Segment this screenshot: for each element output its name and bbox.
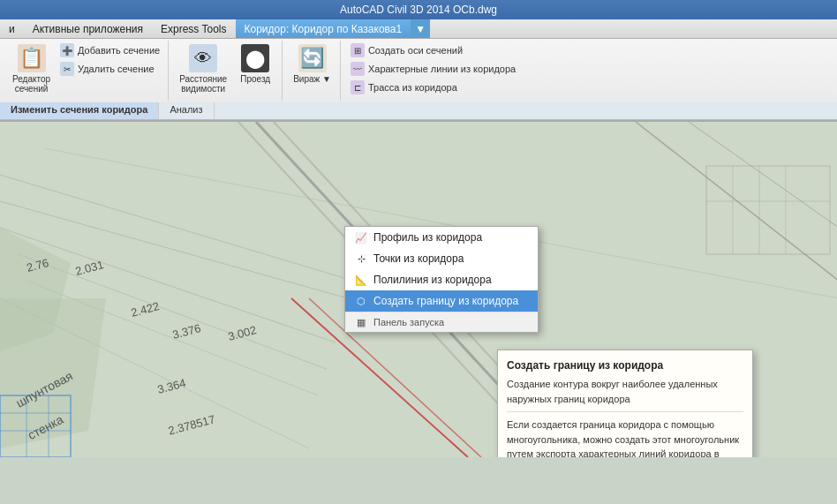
ribbon-group-analysis: 👁 Расстояниевидимости ⬤ Проезд xyxy=(170,41,283,101)
ribbon-btn-virazh[interactable]: 🔄 Вираж ▼ xyxy=(290,42,335,86)
ribbon-group-corridor-tools-items: ⊞ Создать оси сечений 〰 Характерные лини… xyxy=(348,42,518,99)
dropdown-footer-label: Панель запуска xyxy=(373,317,444,327)
tooltip-description-1: Создание контура вокруг наиболее удаленн… xyxy=(507,377,743,406)
create-axes-label: Создать оси сечений xyxy=(368,45,463,56)
alignment-icon: ⊏ xyxy=(351,80,365,94)
visibility-icon: 👁 xyxy=(189,44,217,72)
title-text: AutoCAD Civil 3D 2014 OCb.dwg xyxy=(340,4,497,16)
ribbon-btn-feature-lines[interactable]: 〰 Характерные линии из коридора xyxy=(348,61,518,77)
launch-panel-icon: ▦ xyxy=(354,315,368,329)
title-bar: AutoCAD Civil 3D 2014 OCb.dwg xyxy=(0,0,837,19)
menu-bar: и Активные приложения Express Tools Кори… xyxy=(0,19,837,39)
editor-label: Редакторсечений xyxy=(12,74,50,94)
section-btn-group: ➕ Добавить сечение ✂ Удалить сечение xyxy=(57,42,162,77)
feature-lines-label: Характерные линии из коридора xyxy=(368,64,516,74)
ribbon: 📋 Редакторсечений ➕ Добавить сечение ✂ У… xyxy=(0,39,837,122)
ribbon-btn-editor[interactable]: 📋 Редакторсечений xyxy=(9,42,54,95)
ribbon-btn-visibility[interactable]: 👁 Расстояниевидимости xyxy=(176,42,230,95)
tooltip-separator xyxy=(507,411,743,412)
ribbon-btn-add-section[interactable]: ➕ Добавить сечение xyxy=(57,42,162,58)
ribbon-content: 📋 Редакторсечений ➕ Добавить сечение ✂ У… xyxy=(0,39,837,102)
points-icon: ⊹ xyxy=(354,252,368,266)
add-section-label: Добавить сечение xyxy=(78,45,160,56)
section-label-analysis: Анализ xyxy=(159,102,214,119)
canvas-area[interactable]: 2.76 2.031 2.422 3.376 3.002 3.364 2.378… xyxy=(0,122,837,457)
dropdown-item-boundary[interactable]: ⬡ Создать границу из коридора xyxy=(345,290,538,312)
drive-label: Проезд xyxy=(240,74,270,84)
polyline-icon: 📐 xyxy=(354,273,368,287)
drive-icon: ⬤ xyxy=(241,44,269,72)
menu-item-express-tools[interactable]: Express Tools xyxy=(152,19,235,38)
tooltip-description-2: Если создается граница коридора с помощь… xyxy=(507,417,743,457)
ribbon-btn-create-axes[interactable]: ⊞ Создать оси сечений xyxy=(348,42,518,58)
dropdown-item-polyline[interactable]: 📐 Полилиния из коридора xyxy=(345,269,538,290)
ribbon-btn-alignment[interactable]: ⊏ Трасса из коридора xyxy=(348,79,518,95)
profile-icon: 📈 xyxy=(354,230,368,244)
tooltip-title: Создать границу из коридора xyxy=(507,357,743,373)
alignment-label: Трасса из коридора xyxy=(368,82,457,93)
remove-section-icon: ✂ xyxy=(60,62,74,76)
ribbon-group-editor-items: 📋 Редакторсечений ➕ Добавить сечение ✂ У… xyxy=(9,42,162,99)
ribbon-group-virazh: 🔄 Вираж ▼ xyxy=(284,41,341,101)
editor-icon: 📋 xyxy=(18,44,46,72)
ribbon-group-virazh-items: 🔄 Вираж ▼ xyxy=(290,42,335,99)
ribbon-btn-remove-section[interactable]: ✂ Удалить сечение xyxy=(57,61,162,77)
virazh-label: Вираж ▼ xyxy=(293,74,331,84)
ribbon-group-analysis-items: 👁 Расстояниевидимости ⬤ Проезд xyxy=(176,42,276,99)
section-label-editor: Изменить сечения коридора xyxy=(0,102,159,119)
ribbon-section-bar: Изменить сечения коридора Анализ xyxy=(0,102,837,120)
menu-item-corridor[interactable]: Коридор: Коридор по Казакова1 xyxy=(236,19,411,38)
tooltip-box: Создать границу из коридора Создание кон… xyxy=(497,350,753,457)
dropdown-item-points[interactable]: ⊹ Точки из коридора xyxy=(345,248,538,269)
menu-item-active-apps[interactable]: Активные приложения xyxy=(24,19,152,38)
feature-lines-icon: 〰 xyxy=(351,62,365,76)
menu-dropdown-arrow[interactable]: ▼ xyxy=(411,19,430,38)
boundary-icon: ⬡ xyxy=(354,294,368,308)
dropdown-item-profile-label: Профиль из коридора xyxy=(373,231,482,244)
remove-section-label: Удалить сечение xyxy=(78,64,155,74)
ribbon-btn-drive[interactable]: ⬤ Проезд xyxy=(234,42,276,86)
dropdown-item-boundary-label: Создать границу из коридора xyxy=(373,295,518,307)
dropdown-menu: 📈 Профиль из коридора ⊹ Точки из коридор… xyxy=(344,226,539,333)
virazh-icon: 🔄 xyxy=(298,44,327,72)
dropdown-item-points-label: Точки из коридора xyxy=(373,252,464,265)
dropdown-item-polyline-label: Полилиния из коридора xyxy=(373,274,492,286)
dropdown-footer[interactable]: ▦ Панель запуска xyxy=(345,312,538,332)
visibility-label: Расстояниевидимости xyxy=(179,74,227,94)
ribbon-group-corridor-tools: ⊞ Создать оси сечений 〰 Характерные лини… xyxy=(343,41,524,101)
ribbon-group-editor: 📋 Редакторсечений ➕ Добавить сечение ✂ У… xyxy=(4,41,169,101)
menu-item-и[interactable]: и xyxy=(0,19,24,38)
corridor-tools-btns: ⊞ Создать оси сечений 〰 Характерные лини… xyxy=(348,42,518,95)
add-section-icon: ➕ xyxy=(60,43,74,57)
create-axes-icon: ⊞ xyxy=(351,43,365,57)
dropdown-item-profile[interactable]: 📈 Профиль из коридора xyxy=(345,227,538,248)
